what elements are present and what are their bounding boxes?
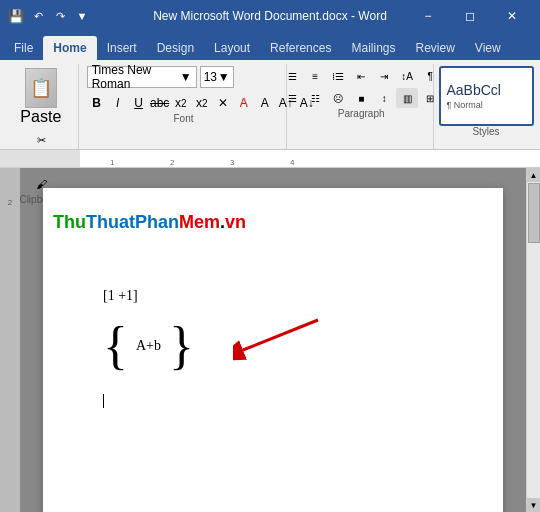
numbering-button[interactable]: ≡ bbox=[304, 66, 326, 86]
tab-file[interactable]: File bbox=[4, 36, 43, 60]
align-center-button[interactable]: ☷ bbox=[304, 88, 326, 108]
document-content[interactable]: [1 +1] { A+b } bbox=[103, 288, 453, 408]
tab-review[interactable]: Review bbox=[405, 36, 464, 60]
line-spacing-button[interactable]: ↕ bbox=[373, 88, 395, 108]
right-scrollbar: ▲ ▼ bbox=[526, 168, 540, 512]
font-group: Times New Roman ▼ 13 ▼ B I U abc x2 x2 ✕… bbox=[81, 64, 288, 149]
title-bar-title: New Microsoft Word Document.docx - Word bbox=[153, 9, 387, 23]
font-size-selector[interactable]: 13 ▼ bbox=[200, 66, 234, 88]
underline-button[interactable]: U bbox=[129, 93, 149, 113]
ruler-tick-2: 2 bbox=[170, 158, 174, 167]
document-page[interactable]: ThuThuatPhanMem.vn [1 +1] { A+b } bbox=[43, 188, 503, 512]
font-name-value: Times New Roman bbox=[92, 63, 180, 91]
clipboard-group: 📋 Paste ✂ ⎘ 🖌 Clipboard bbox=[4, 64, 79, 149]
subscript-button[interactable]: x2 bbox=[171, 93, 191, 113]
watermark-dot: . bbox=[220, 212, 225, 232]
equation-container: { A+b } bbox=[103, 320, 453, 372]
justify-button[interactable]: ■ bbox=[350, 88, 372, 108]
paragraph-label: Paragraph bbox=[338, 108, 385, 121]
paste-label: Paste bbox=[20, 108, 61, 126]
scroll-thumb[interactable] bbox=[528, 183, 540, 243]
style-preview-text: AaBbCcl bbox=[447, 82, 501, 98]
normal-style-box[interactable]: AaBbCcl ¶ Normal bbox=[439, 66, 534, 126]
font-controls: B I U abc x2 x2 ✕ A A A↑ A↓ bbox=[87, 93, 281, 113]
cut-button[interactable]: ✂ bbox=[31, 130, 53, 150]
undo-icon[interactable]: ↶ bbox=[30, 8, 46, 24]
ribbon-toolbar: 📋 Paste ✂ ⎘ 🖌 Clipboard Times New Roman … bbox=[0, 60, 540, 150]
styles-group: AaBbCcl ¶ Normal Styles bbox=[436, 64, 536, 149]
ruler-left-margin bbox=[0, 150, 80, 167]
tab-design[interactable]: Design bbox=[147, 36, 204, 60]
scroll-track[interactable] bbox=[527, 182, 540, 498]
paste-button[interactable]: 📋 Paste bbox=[16, 66, 65, 128]
document-scroll[interactable]: ThuThuatPhanMem.vn [1 +1] { A+b } bbox=[20, 168, 526, 512]
title-bar-controls: − ◻ ✕ bbox=[408, 0, 532, 32]
watermark-phan: Phan bbox=[135, 212, 179, 232]
document-area: 2 ThuThuatPhanMem.vn [1 +1] { A+b } bbox=[0, 168, 540, 512]
tab-layout[interactable]: Layout bbox=[204, 36, 260, 60]
left-margin-bar: 2 bbox=[0, 168, 20, 512]
bullets-button[interactable]: ☰ bbox=[281, 66, 303, 86]
paragraph-row2: ☰ ☷ ☹ ■ ↕ ▥ ⊞ bbox=[281, 88, 441, 108]
redo-icon[interactable]: ↷ bbox=[52, 8, 68, 24]
italic-button[interactable]: I bbox=[108, 93, 128, 113]
bold-button[interactable]: B bbox=[87, 93, 107, 113]
tab-view[interactable]: View bbox=[465, 36, 511, 60]
styles-label: Styles bbox=[472, 126, 499, 139]
tab-insert[interactable]: Insert bbox=[97, 36, 147, 60]
ruler-tick-1: 1 bbox=[110, 158, 114, 167]
watermark-thuat: Thuat bbox=[86, 212, 135, 232]
font-size-value: 13 bbox=[204, 70, 217, 84]
watermark: ThuThuatPhanMem.vn bbox=[53, 212, 246, 233]
equation-content: A+b bbox=[136, 338, 161, 354]
ruler: 1 2 3 4 bbox=[0, 150, 540, 168]
paragraph-group: ☰ ≡ ⁞☰ ⇤ ⇥ ↕A ¶ ☰ ☷ ☹ ■ ↕ ▥ ⊞ Paragraph bbox=[289, 64, 434, 149]
strikethrough-button[interactable]: abc bbox=[150, 93, 170, 113]
font-color-button[interactable]: A bbox=[234, 93, 254, 113]
multilevel-button[interactable]: ⁞☰ bbox=[327, 66, 349, 86]
increase-indent-button[interactable]: ⇥ bbox=[373, 66, 395, 86]
align-left-button[interactable]: ☰ bbox=[281, 88, 303, 108]
page-number-2: 2 bbox=[8, 198, 12, 207]
title-bar-left: 💾 ↶ ↷ ▼ bbox=[8, 8, 90, 24]
ruler-main: 1 2 3 4 bbox=[80, 150, 540, 167]
ruler-tick-3: 3 bbox=[230, 158, 234, 167]
tab-references[interactable]: References bbox=[260, 36, 341, 60]
font-name-dropdown-icon: ▼ bbox=[180, 70, 192, 84]
paste-icon: 📋 bbox=[25, 68, 57, 108]
clear-format-button[interactable]: ✕ bbox=[213, 93, 233, 113]
text-cursor bbox=[103, 394, 104, 408]
tab-mailings[interactable]: Mailings bbox=[341, 36, 405, 60]
right-brace: } bbox=[169, 320, 194, 372]
watermark-vn: vn bbox=[225, 212, 246, 232]
svg-line-1 bbox=[243, 320, 318, 350]
scroll-down-button[interactable]: ▼ bbox=[527, 498, 541, 512]
paragraph-row1: ☰ ≡ ⁞☰ ⇤ ⇥ ↕A ¶ bbox=[281, 66, 441, 86]
title-bar: 💾 ↶ ↷ ▼ New Microsoft Word Document.docx… bbox=[0, 0, 540, 32]
superscript-button[interactable]: x2 bbox=[192, 93, 212, 113]
align-right-button[interactable]: ☹ bbox=[327, 88, 349, 108]
red-arrow bbox=[233, 310, 323, 370]
minimize-button[interactable]: − bbox=[408, 0, 448, 32]
font-label: Font bbox=[173, 113, 193, 126]
quick-access-dropdown-icon[interactable]: ▼ bbox=[74, 8, 90, 24]
close-button[interactable]: ✕ bbox=[492, 0, 532, 32]
ribbon-tabs: File Home Insert Design Layout Reference… bbox=[0, 32, 540, 60]
scroll-up-button[interactable]: ▲ bbox=[527, 168, 541, 182]
watermark-mem: Mem bbox=[179, 212, 220, 232]
math-bracket-line: [1 +1] bbox=[103, 288, 453, 304]
shading-button[interactable]: ▥ bbox=[396, 88, 418, 108]
font-name-selector[interactable]: Times New Roman ▼ bbox=[87, 66, 197, 88]
font-size-dropdown-icon: ▼ bbox=[218, 70, 230, 84]
tab-home[interactable]: Home bbox=[43, 36, 96, 60]
left-brace: { bbox=[103, 320, 128, 372]
decrease-indent-button[interactable]: ⇤ bbox=[350, 66, 372, 86]
sort-button[interactable]: ↕A bbox=[396, 66, 418, 86]
ruler-tick-4: 4 bbox=[290, 158, 294, 167]
restore-button[interactable]: ◻ bbox=[450, 0, 490, 32]
cursor-line bbox=[103, 392, 453, 408]
save-icon[interactable]: 💾 bbox=[8, 8, 24, 24]
watermark-thu: Thu bbox=[53, 212, 86, 232]
style-name-label: ¶ Normal bbox=[447, 100, 483, 110]
highlight-button[interactable]: A bbox=[255, 93, 275, 113]
